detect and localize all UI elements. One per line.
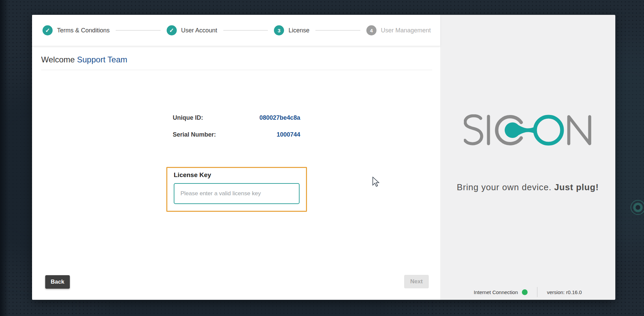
step-terms-and-conditions[interactable]: ✓ Terms & Conditions [43,25,110,35]
step-3-label: License [288,27,309,34]
stepper-connector [315,30,360,31]
background-vignette [0,0,9,316]
internet-connection-label: Internet Connection [474,289,518,295]
license-key-label: License Key [174,171,211,179]
check-icon: ✓ [45,28,50,33]
step-4-circle: 4 [366,25,376,35]
step-user-account[interactable]: ✓ User Account [167,25,217,35]
unique-id-value: 080027be4c8a [259,114,300,121]
serial-number-label: Serial Number: [173,131,216,138]
unique-id-row: Unique ID: 080027be4c8a [173,114,300,121]
status-divider [537,287,537,297]
serial-number-row: Serial Number: 1000744 [173,131,300,138]
tagline-regular: Bring your own device. [457,182,554,192]
wizard-stepper: ✓ Terms & Conditions ✓ User Account 3 Li… [32,15,440,46]
unique-id-label: Unique ID: [173,114,203,121]
device-info: Unique ID: 080027be4c8a Serial Number: 1… [173,114,300,148]
step-2-label: User Account [181,27,217,34]
step-license[interactable]: 3 License [274,25,309,35]
back-button[interactable]: Back [45,275,70,289]
title-divider [41,70,432,70]
check-icon: ✓ [169,28,174,33]
step-3-circle: 3 [274,25,284,35]
sicon-logo [464,114,592,146]
internet-status-dot-icon [522,289,528,295]
next-button[interactable]: Next [404,275,429,288]
step-1-label: Terms & Conditions [57,27,110,34]
license-key-highlight-box: License Key [166,167,307,212]
branding-sidebar: Bring your own device. Just plug! Intern… [440,15,615,300]
account-name: Support Team [77,55,127,64]
step-user-management: 4 User Management [366,25,431,35]
step-4-number: 4 [370,28,373,33]
step-1-circle: ✓ [43,25,53,35]
page-title: Welcome Support Team [41,55,127,64]
setup-wizard-card: ✓ Terms & Conditions ✓ User Account 3 Li… [32,15,615,300]
tagline: Bring your own device. Just plug! [457,182,599,193]
license-step-content: Welcome Support Team Unique ID: 080027be… [32,46,440,300]
background-ring-ornament [631,200,644,215]
welcome-text: Welcome [41,55,75,64]
serial-number-value: 1000744 [277,131,300,138]
step-3-number: 3 [278,28,280,33]
license-key-input[interactable] [174,183,300,204]
step-4-label: User Management [381,27,431,34]
wizard-main-panel: ✓ Terms & Conditions ✓ User Account 3 Li… [32,15,440,300]
status-bar: Internet Connection version: r0.16.0 [440,287,615,297]
version-label: version: r0.16.0 [547,289,582,295]
stepper-connector [223,30,268,31]
stepper-connector [116,30,161,31]
step-2-circle: ✓ [167,25,177,35]
tagline-bold: Just plug! [554,182,599,192]
